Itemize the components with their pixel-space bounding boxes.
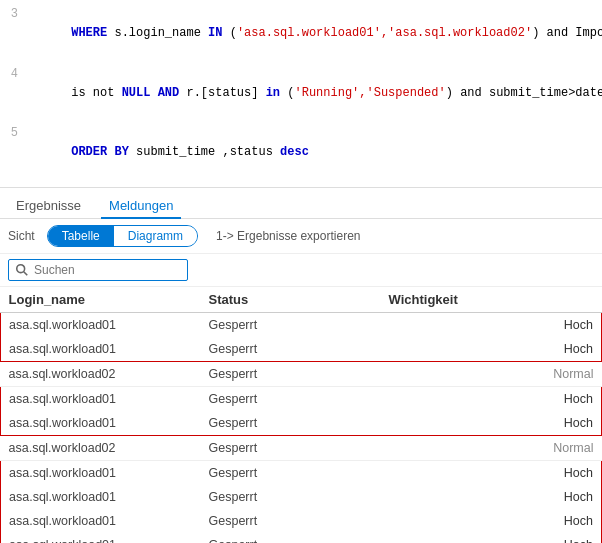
sql-code: WHERE s.login_name IN ('asa.sql.workload… [28, 5, 602, 63]
table-row: asa.sql.workload01GesperrtHoch [1, 386, 602, 411]
cell-status: Gesperrt [201, 337, 381, 362]
cell-status: Gesperrt [201, 312, 381, 337]
cell-login: asa.sql.workload01 [1, 386, 201, 411]
cell-login: asa.sql.workload01 [1, 509, 201, 533]
line-number: 3 [0, 5, 28, 24]
tab-meldungen[interactable]: Meldungen [101, 194, 181, 219]
search-icon [15, 263, 29, 277]
cell-status: Gesperrt [201, 533, 381, 543]
cell-login: asa.sql.workload01 [1, 312, 201, 337]
search-bar [0, 254, 602, 287]
cell-status: Gesperrt [201, 361, 381, 386]
svg-point-0 [17, 264, 25, 272]
cell-wichtigkeit: Hoch [381, 312, 602, 337]
col-header-wichtigkeit: Wichtigkeit [381, 287, 602, 313]
view-toggle: Tabelle Diagramm [47, 225, 198, 247]
sql-code: ORDER BY submit_time ,status desc [28, 124, 309, 182]
line-number: 4 [0, 65, 28, 84]
table-row: asa.sql.workload01GesperrtHoch [1, 411, 602, 436]
search-input-wrapper [8, 259, 188, 281]
cell-status: Gesperrt [201, 509, 381, 533]
toggle-diagram-button[interactable]: Diagramm [114, 226, 197, 246]
results-table: Login_name Status Wichtigkeit asa.sql.wo… [0, 287, 602, 543]
cell-login: asa.sql.workload02 [1, 361, 201, 386]
sql-editor: 3 WHERE s.login_name IN ('asa.sql.worklo… [0, 0, 602, 188]
table-row: asa.sql.workload01GesperrtHoch [1, 485, 602, 509]
toggle-table-button[interactable]: Tabelle [48, 226, 114, 246]
table-row: asa.sql.workload01GesperrtHoch [1, 460, 602, 485]
table-row: asa.sql.workload01GesperrtHoch [1, 312, 602, 337]
cell-status: Gesperrt [201, 460, 381, 485]
table-row: asa.sql.workload02GesperrtNormal [1, 435, 602, 460]
tabs-bar: Ergebnisse Meldungen [0, 188, 602, 219]
cell-status: Gesperrt [201, 435, 381, 460]
cell-status: Gesperrt [201, 386, 381, 411]
results-table-container: Login_name Status Wichtigkeit asa.sql.wo… [0, 287, 602, 543]
cell-wichtigkeit: Hoch [381, 411, 602, 436]
search-input[interactable] [34, 263, 181, 277]
cell-wichtigkeit: Normal [381, 361, 602, 386]
toolbar: Sicht Tabelle Diagramm 1-> Ergebnisse ex… [0, 219, 602, 254]
line-number: 5 [0, 124, 28, 143]
table-row: asa.sql.workload01GesperrtHoch [1, 533, 602, 543]
cell-wichtigkeit: Hoch [381, 533, 602, 543]
sql-code: is not NULL AND r.[status] in ('Running'… [28, 65, 602, 123]
cell-status: Gesperrt [201, 485, 381, 509]
cell-login: asa.sql.workload01 [1, 411, 201, 436]
cell-wichtigkeit: Normal [381, 435, 602, 460]
sql-line-3: 3 WHERE s.login_name IN ('asa.sql.worklo… [0, 4, 602, 64]
sql-line-5: 5 ORDER BY submit_time ,status desc [0, 123, 602, 183]
export-link[interactable]: 1-> Ergebnisse exportieren [216, 229, 360, 243]
cell-status: Gesperrt [201, 411, 381, 436]
cell-login: asa.sql.workload01 [1, 337, 201, 362]
cell-login: asa.sql.workload02 [1, 435, 201, 460]
view-label: Sicht [8, 229, 35, 243]
cell-login: asa.sql.workload01 [1, 485, 201, 509]
table-header-row: Login_name Status Wichtigkeit [1, 287, 602, 313]
cell-login: asa.sql.workload01 [1, 460, 201, 485]
cell-login: asa.sql.workload01 [1, 533, 201, 543]
table-row: asa.sql.workload01GesperrtHoch [1, 337, 602, 362]
cell-wichtigkeit: Hoch [381, 509, 602, 533]
sql-line-4: 4 is not NULL AND r.[status] in ('Runnin… [0, 64, 602, 124]
col-header-login: Login_name [1, 287, 201, 313]
cell-wichtigkeit: Hoch [381, 485, 602, 509]
tab-ergebnisse[interactable]: Ergebnisse [8, 194, 89, 219]
cell-wichtigkeit: Hoch [381, 386, 602, 411]
col-header-status: Status [201, 287, 381, 313]
table-row: asa.sql.workload02GesperrtNormal [1, 361, 602, 386]
cell-wichtigkeit: Hoch [381, 337, 602, 362]
cell-wichtigkeit: Hoch [381, 460, 602, 485]
table-row: asa.sql.workload01GesperrtHoch [1, 509, 602, 533]
svg-line-1 [24, 271, 28, 275]
